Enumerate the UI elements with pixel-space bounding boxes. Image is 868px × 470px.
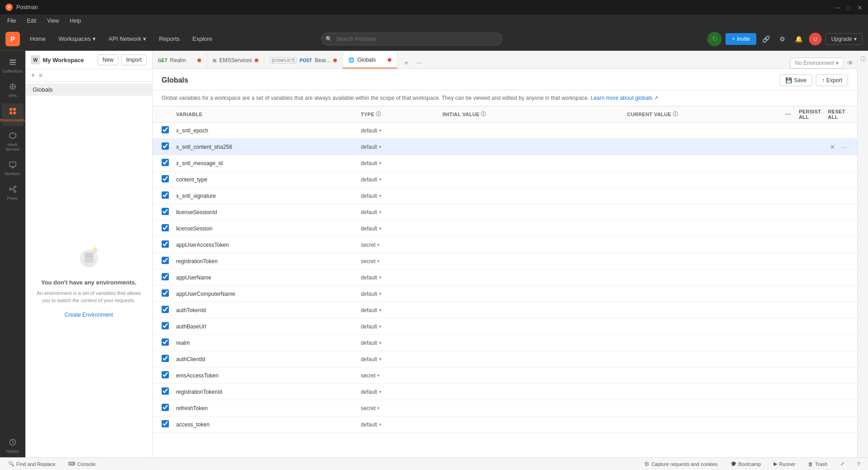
type-chevron[interactable]: ▾ <box>377 259 380 264</box>
minimize-control[interactable]: ─ <box>835 5 841 10</box>
row-checkbox[interactable] <box>162 159 169 166</box>
row-checkbox[interactable] <box>162 273 169 280</box>
type-chevron[interactable]: ▾ <box>379 357 381 362</box>
tab-ems[interactable]: ⊞ EMSServices <box>207 52 264 69</box>
row-checkbox[interactable] <box>162 338 169 346</box>
row-checkbox[interactable] <box>162 126 169 133</box>
row-checkbox[interactable] <box>162 175 169 182</box>
import-button[interactable]: Import <box>121 54 147 65</box>
settings-icon-btn[interactable]: ⚙ <box>776 33 789 45</box>
current-value-info-icon[interactable]: ⓘ <box>673 111 678 118</box>
type-chevron[interactable]: ▾ <box>379 340 381 345</box>
link-icon-btn[interactable]: 🔗 <box>760 33 773 45</box>
learn-more-link[interactable]: Learn more about globals ↗ <box>591 95 658 101</box>
save-button[interactable]: 💾 Save <box>779 74 812 86</box>
console-button[interactable]: ⌨ Console <box>65 460 98 468</box>
row-checkbox[interactable] <box>162 289 169 297</box>
environment-selector[interactable]: No Environment ▾ <box>790 58 843 69</box>
sidebar-item-history[interactable]: History <box>2 435 24 457</box>
type-chevron[interactable]: ▾ <box>379 291 381 296</box>
new-button[interactable]: New <box>98 54 118 65</box>
bootcamp-button[interactable]: 🎓 Bootcamp <box>728 460 764 468</box>
row-checkbox[interactable] <box>162 306 169 313</box>
sync-icon-btn[interactable]: ↻ <box>707 32 722 46</box>
row-checkbox[interactable] <box>162 355 169 362</box>
row-checkbox[interactable] <box>162 208 169 215</box>
row-delete-btn[interactable]: ✕ <box>828 142 837 152</box>
type-chevron[interactable]: ▾ <box>379 161 381 166</box>
row-checkbox[interactable] <box>162 224 169 231</box>
sidebar-item-monitors[interactable]: Monitors <box>2 157 24 180</box>
more-actions-btn[interactable]: ··· <box>784 110 791 118</box>
expand-button[interactable]: ⤢ <box>838 460 847 468</box>
row-checkbox[interactable] <box>162 240 169 248</box>
type-chevron[interactable]: ▾ <box>379 210 381 215</box>
type-chevron[interactable]: ▾ <box>379 144 381 149</box>
create-environment-link[interactable]: Create Environment <box>64 312 113 318</box>
type-chevron[interactable]: ▾ <box>379 422 381 427</box>
sidebar-item-apis[interactable]: APIs <box>2 79 24 102</box>
add-env-btn[interactable]: + <box>31 71 35 79</box>
menu-view[interactable]: View <box>45 17 61 25</box>
sidebar-item-mock-servers[interactable]: Mock Servers <box>2 128 24 155</box>
export-button[interactable]: ↑ Export <box>816 74 848 86</box>
nav-home[interactable]: Home <box>25 33 50 45</box>
window-controls[interactable]: ─ □ ✕ <box>835 5 863 10</box>
sort-btn[interactable]: ≡ <box>39 72 42 79</box>
type-info-icon[interactable]: ⓘ <box>376 111 381 118</box>
sidebar-item-collections[interactable]: Collections <box>2 54 24 77</box>
eye-icon-btn[interactable]: 👁 <box>847 59 853 67</box>
tab-globals[interactable]: 🌐 Globals <box>343 52 397 69</box>
search-input[interactable] <box>321 33 503 45</box>
initial-value-info-icon[interactable]: ⓘ <box>481 111 486 118</box>
tab-realm[interactable]: GET Realm <box>153 52 207 69</box>
type-chevron[interactable]: ▾ <box>379 177 381 182</box>
row-checkbox[interactable] <box>162 322 169 329</box>
row-checkbox[interactable] <box>162 371 169 378</box>
capture-requests-button[interactable]: ⦿ Capture requests and cookies <box>641 460 720 468</box>
row-checkbox[interactable] <box>162 142 169 150</box>
upgrade-button[interactable]: Upgrade ▾ <box>825 33 863 45</box>
sidebar-item-environments[interactable]: Environments <box>2 103 24 126</box>
nav-workspaces[interactable]: Workspaces ▾ <box>54 33 100 45</box>
menu-edit[interactable]: Edit <box>25 17 38 25</box>
nav-api-network[interactable]: API Network ▾ <box>104 33 151 45</box>
close-control[interactable]: ✕ <box>857 5 863 10</box>
row-more-btn[interactable]: ··· <box>839 142 848 152</box>
trash-button[interactable]: 🗑 Trash <box>805 460 830 468</box>
type-chevron[interactable]: ▾ <box>379 308 381 313</box>
find-replace-button[interactable]: 🔍 Find and Replace <box>5 460 58 468</box>
maximize-control[interactable]: □ <box>846 5 852 10</box>
bell-icon-btn[interactable]: 🔔 <box>793 33 805 45</box>
menu-help[interactable]: Help <box>68 17 83 25</box>
add-tab-button[interactable]: + <box>401 58 412 69</box>
more-tabs-button[interactable]: ··· <box>414 58 424 69</box>
avatar[interactable]: U <box>809 33 822 45</box>
type-chevron[interactable]: ▾ <box>379 128 381 133</box>
row-checkbox[interactable] <box>162 420 169 427</box>
type-chevron[interactable]: ▾ <box>379 324 381 329</box>
type-chevron[interactable]: ▾ <box>377 406 380 411</box>
nav-explore[interactable]: Explore <box>188 33 217 45</box>
help-button[interactable]: ? <box>854 460 863 468</box>
row-checkbox[interactable] <box>162 257 169 264</box>
type-chevron[interactable]: ▾ <box>379 275 381 280</box>
type-chevron[interactable]: ▾ <box>377 242 380 247</box>
type-chevron[interactable]: ▾ <box>377 373 380 378</box>
type-chevron[interactable]: ▾ <box>379 193 381 198</box>
row-checkbox[interactable] <box>162 191 169 199</box>
right-sidebar-info-btn[interactable]: ⓘ <box>858 54 868 64</box>
type-chevron[interactable]: ▾ <box>379 389 381 394</box>
nav-reports[interactable]: Reports <box>154 33 184 45</box>
reset-all-btn[interactable]: Reset All <box>825 108 848 121</box>
type-chevron[interactable]: ▾ <box>379 226 381 231</box>
runner-button[interactable]: ▶ Runner <box>771 460 798 468</box>
row-checkbox[interactable] <box>162 404 169 411</box>
sidebar-item-flows[interactable]: Flows <box>2 181 24 204</box>
invite-button[interactable]: + Invite <box>725 33 756 45</box>
persist-all-btn[interactable]: Persist All <box>796 108 824 121</box>
globals-list-item[interactable]: Globals <box>25 83 152 96</box>
tab-conflict[interactable]: [CONFLICT] POST Bear... <box>264 52 343 69</box>
menu-file[interactable]: File <box>5 17 18 25</box>
row-checkbox[interactable] <box>162 387 169 395</box>
